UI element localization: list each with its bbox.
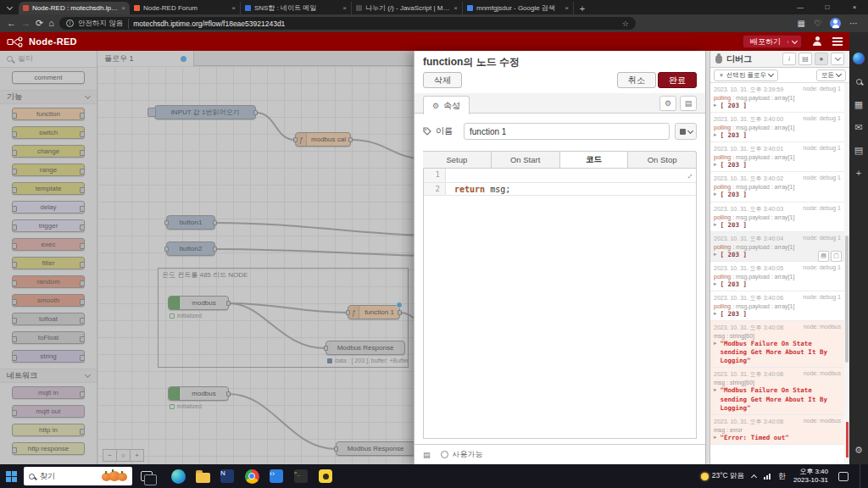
taskbar-clock[interactable]: 오후 3:40 2023-10-31 bbox=[793, 468, 828, 485]
code-line[interactable]: 2 return msg; bbox=[424, 182, 696, 196]
main-menu-icon[interactable] bbox=[832, 41, 843, 42]
weather-widget[interactable]: 23°C 맑음 bbox=[701, 471, 744, 481]
info-tab-button[interactable]: i bbox=[782, 53, 796, 65]
expand-caret-icon[interactable]: ▸ bbox=[714, 161, 717, 168]
help-tab-button[interactable]: ▤ bbox=[798, 53, 812, 65]
ime-indicator[interactable]: 한 bbox=[778, 471, 786, 482]
debug-payload[interactable]: [ 203 ] bbox=[721, 251, 748, 259]
function-editor-tab[interactable]: On Stop bbox=[628, 151, 697, 169]
sidebar-menu-button[interactable] bbox=[831, 53, 844, 65]
delete-button[interactable]: 삭제 bbox=[423, 72, 462, 88]
debug-message[interactable]: 2023. 10. 31. 오후 3:40:08 node: modbus ms… bbox=[710, 368, 844, 414]
taskbar-app-terminal[interactable]: >_ bbox=[292, 468, 309, 485]
expand-caret-icon[interactable]: ▸ bbox=[714, 310, 717, 317]
tab-close-button[interactable]: × bbox=[342, 4, 347, 12]
tab-close-button[interactable]: × bbox=[121, 4, 125, 12]
debug-message[interactable]: 2023. 10. 31. 오후 3:40:02 node: debug 1 p… bbox=[710, 172, 844, 202]
node-settings-button[interactable]: ⚙ bbox=[659, 96, 676, 111]
docs-icon[interactable]: ▤ bbox=[423, 451, 431, 459]
node-enabled-toggle[interactable]: 사용가능 bbox=[441, 449, 483, 460]
expand-caret-icon[interactable]: ▸ bbox=[714, 434, 717, 441]
debug-payload[interactable]: [ 203 ] bbox=[721, 102, 748, 110]
debug-message[interactable]: 2023. 10. 31. 오후 3:40:05 node: debug 1 p… bbox=[710, 262, 844, 291]
debug-payload[interactable]: [ 203 ] bbox=[721, 280, 748, 289]
tab-actions-button[interactable] bbox=[0, 2, 19, 14]
layout-icon[interactable]: ▦ bbox=[853, 98, 865, 110]
node-help-button[interactable]: ▤ bbox=[680, 96, 697, 111]
tab-properties[interactable]: ⚙ 속성 bbox=[423, 96, 470, 114]
network-icon[interactable] bbox=[764, 474, 771, 480]
browser-tab[interactable]: mnmfgjsdur - Google 검색 × bbox=[463, 2, 574, 14]
copy-value-button[interactable]: ▢ bbox=[831, 251, 842, 262]
show-desktop-button[interactable] bbox=[860, 464, 863, 488]
taskbar-app-edge[interactable] bbox=[170, 468, 186, 485]
maximize-button[interactable]: □ bbox=[814, 0, 841, 14]
debug-message[interactable]: 2023. 10. 31. 오후 3:40:08 node: modbus ms… bbox=[710, 321, 844, 368]
add-sidebar-item-icon[interactable]: + bbox=[853, 167, 865, 179]
filter-selected-flows-button[interactable]: ▼ 선택된 플로우 bbox=[714, 69, 778, 81]
expand-caret-icon[interactable]: ▸ bbox=[714, 280, 717, 287]
forward-button[interactable]: → bbox=[21, 19, 31, 28]
close-button[interactable]: × bbox=[841, 0, 868, 14]
action-center-icon[interactable] bbox=[838, 472, 849, 481]
minimize-button[interactable]: — bbox=[787, 0, 814, 14]
debug-message[interactable]: 2023. 10. 31. 오후 3:39:59 node: debug 1 p… bbox=[710, 83, 844, 113]
debug-payload[interactable]: [ 203 ] bbox=[721, 191, 748, 199]
copy-path-button[interactable]: ▤ bbox=[818, 251, 829, 262]
reading-list-icon[interactable]: ▤ bbox=[853, 144, 865, 156]
copilot-icon[interactable] bbox=[853, 53, 865, 64]
debug-message[interactable]: 2023. 10. 31. 오후 3:40:01 node: debug 1 p… bbox=[710, 142, 844, 172]
mail-icon[interactable]: ✉ bbox=[853, 121, 865, 133]
debug-message[interactable]: 2023. 10. 31. 오후 3:40:03 node: debug 1 p… bbox=[710, 202, 844, 232]
scrollbar-thumb[interactable] bbox=[845, 236, 849, 363]
expand-caret-icon[interactable]: ▸ bbox=[714, 221, 717, 228]
code-editor[interactable]: ↕ 1 2 return msg; bbox=[423, 168, 697, 439]
expand-caret-icon[interactable]: ▸ bbox=[714, 102, 717, 108]
debug-payload[interactable]: [ 203 ] bbox=[721, 221, 748, 230]
deploy-button[interactable]: 배포하기 bbox=[743, 35, 802, 48]
refresh-button[interactable]: ⟳ bbox=[36, 19, 43, 28]
search-icon[interactable] bbox=[853, 75, 865, 87]
tab-close-button[interactable]: × bbox=[231, 4, 236, 12]
tab-close-button[interactable]: × bbox=[453, 4, 458, 12]
node-name-input[interactable] bbox=[464, 123, 670, 140]
tab-close-button[interactable]: × bbox=[565, 4, 569, 12]
code-line[interactable]: 1 bbox=[424, 169, 696, 182]
profile-avatar[interactable] bbox=[830, 18, 841, 29]
task-view-button[interactable] bbox=[141, 471, 153, 481]
expand-caret-icon[interactable]: ▸ bbox=[714, 340, 717, 347]
debug-payload[interactable]: [ 203 ] bbox=[721, 161, 748, 169]
function-editor-tab[interactable]: 코드 bbox=[560, 151, 629, 169]
function-editor-tab[interactable]: On Start bbox=[492, 151, 560, 169]
done-button[interactable]: 완료 bbox=[658, 72, 697, 88]
debug-message[interactable]: 2023. 10. 31. 오후 3:40:06 node: debug 1 p… bbox=[710, 291, 844, 321]
cancel-button[interactable]: 취소 bbox=[617, 72, 656, 88]
browser-tab[interactable]: Node-RED : motechsdh.iptime.o × bbox=[19, 2, 130, 14]
extensions-icon[interactable]: ▦ bbox=[798, 19, 805, 28]
debug-message[interactable]: 2023. 10. 31. 오후 3:40:04 node: debug 1 p… bbox=[710, 232, 844, 262]
taskbar-app-blue[interactable]: N bbox=[219, 468, 236, 485]
sidebar-settings-icon[interactable]: ⚙ bbox=[853, 444, 865, 456]
user-icon[interactable] bbox=[812, 36, 822, 47]
deploy-options-button[interactable] bbox=[787, 41, 801, 43]
function-editor-tab[interactable]: Setup bbox=[423, 151, 492, 169]
debug-payload[interactable]: "Error: Timed out" bbox=[721, 434, 789, 442]
debug-tab-button[interactable]: ● bbox=[815, 53, 828, 65]
debug-message[interactable]: 2023. 10. 31. 오후 3:40:08 node: modbus ms… bbox=[710, 415, 844, 445]
debug-payload[interactable]: "Modbus Failure On State sending Get Mor… bbox=[721, 340, 841, 365]
debug-message[interactable]: 2023. 10. 31. 오후 3:40:00 node: debug 1 p… bbox=[710, 113, 844, 142]
browser-tab[interactable]: SNS함 : 네이트 메일 × bbox=[241, 2, 352, 14]
settings-menu-icon[interactable]: ⋯ bbox=[849, 19, 858, 28]
tray-overflow-button[interactable] bbox=[751, 474, 757, 480]
browser-tab[interactable]: Node-RED Forum × bbox=[130, 2, 241, 14]
taskbar-app-kakao[interactable] bbox=[317, 468, 334, 485]
expand-caret-icon[interactable]: ▸ bbox=[714, 251, 717, 258]
new-tab-button[interactable]: + bbox=[574, 2, 591, 14]
browser-essentials-icon[interactable]: ♡ bbox=[814, 19, 821, 28]
debug-payload[interactable]: "Modbus Failure On State sending Get Mor… bbox=[721, 386, 841, 412]
icon-picker-button[interactable] bbox=[675, 123, 697, 140]
back-button[interactable]: ← bbox=[7, 19, 16, 28]
taskbar-app-chrome[interactable] bbox=[243, 468, 260, 485]
expand-caret-icon[interactable]: ▸ bbox=[714, 386, 717, 393]
taskbar-app-file-explorer[interactable] bbox=[194, 468, 211, 485]
